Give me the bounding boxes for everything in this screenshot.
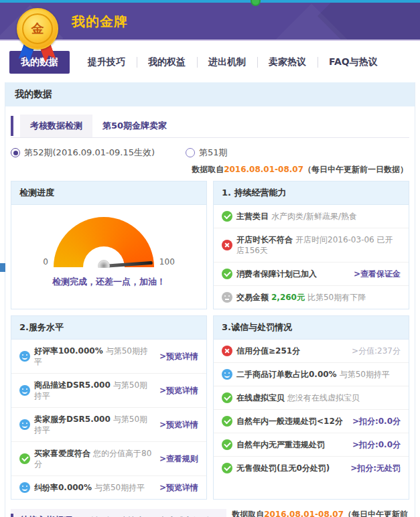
check-icon <box>222 392 232 403</box>
tab-4[interactable]: 卖家热议 <box>257 51 318 74</box>
tab-5[interactable]: FAQ与热议 <box>318 51 389 74</box>
neutral-face-icon <box>222 292 232 303</box>
cross-icon <box>222 240 232 250</box>
smile-icon <box>19 419 30 430</box>
check-icon <box>222 211 232 222</box>
status-item-link[interactable]: >预览详情 <box>159 419 198 430</box>
status-item-text: 买家喜爱度符合您的分值高于80分 <box>34 448 154 469</box>
data-note-prefix: 数据取自 <box>192 165 224 174</box>
status-item-link[interactable]: >查看规则 <box>159 453 198 464</box>
status-item-text: 商品描述DSR5.000与第50期持平 <box>34 380 154 401</box>
gauge-caption: 检测完成，还差一点，加油！ <box>11 276 206 288</box>
status-item-link[interactable]: >预览详情 <box>159 351 198 362</box>
pending-title-box: 待接入指标项 （预计2个月内决定是否加入准入规则） <box>11 509 226 517</box>
status-item-text: 自然年内一般违规处罚<12分 <box>236 416 347 427</box>
gauge-max-label: 100 <box>159 257 175 268</box>
check-icon <box>222 439 232 450</box>
subtab-0[interactable]: 考核数据检测 <box>20 115 92 137</box>
pending-title: 待接入指标项 <box>20 514 72 517</box>
data-source-note-2: 数据取自2016.08.01-08.07（每日中午更新前一日数据） <box>226 509 408 517</box>
radio-icon[interactable] <box>186 148 195 157</box>
period-label: 第52期(2016.09.01-09.15生效) <box>24 147 155 159</box>
medal-circle: 金 <box>17 8 58 50</box>
status-item-link[interactable]: >预览详情 <box>159 482 198 493</box>
radio-icon[interactable] <box>11 148 20 157</box>
page-title: 我的金牌 <box>72 13 128 31</box>
status-item: 纠纷率0.000%与第50期持平>预览详情 <box>11 476 206 499</box>
status-item-link: >分值:237分 <box>352 346 401 356</box>
page-banner: 我的金牌 <box>0 3 420 41</box>
status-item: 在线虚拟宝贝您没有在线虚拟宝贝 <box>214 386 409 410</box>
status-item-text: 自然年内无严重违规处罚 <box>236 439 347 450</box>
status-item: 交易金额2,260元比第50期有下降 <box>214 286 409 309</box>
gold-medal-icon: 金 <box>16 8 59 66</box>
status-item-text: 无售假处罚(且无0分处罚) <box>236 463 345 473</box>
status-item: 买家喜爱度符合您的分值高于80分>查看规则 <box>11 442 206 476</box>
panel-integrity-items: 信用分值≥251分>分值:237分二手商品订单数占比0.00%与第50期持平在线… <box>214 340 409 479</box>
status-item-link[interactable]: >查看保证金 <box>354 269 401 279</box>
panel-operating-ability: 1. 持续经营能力 主营类目水产肉类/新鲜蔬果/熟食开店时长不符合开店时间201… <box>213 181 409 309</box>
status-item-text: 纠纷率0.000%与第50期持平 <box>34 482 154 493</box>
status-item-link[interactable]: >扣分:0.0分 <box>352 439 401 450</box>
status-item-link[interactable]: >扣分:0.0分 <box>352 416 401 427</box>
period-radio-1[interactable]: 第51期 <box>186 147 228 159</box>
tab-1[interactable]: 提升技巧 <box>76 51 137 74</box>
smile-icon <box>19 351 30 362</box>
data-note-suffix: （每日中午更新前一日数据） <box>303 165 408 174</box>
status-item: 卖家服务DSR5.000与第50期持平>预览详情 <box>11 408 206 442</box>
period-label: 第51期 <box>199 147 228 159</box>
content-container: 我的数据 考核数据检测第50期金牌卖家 第52期(2016.09.01-09.1… <box>5 82 415 517</box>
period-radio-0[interactable]: 第52期(2016.09.01-09.15生效) <box>11 147 155 159</box>
status-item: 二手商品订单数占比0.00%与第50期持平 <box>214 363 409 386</box>
status-item-text: 开店时长不符合开店时间2016-03-06 已开店156天 <box>236 234 401 256</box>
status-item: 自然年内一般违规处罚<12分>扣分:0.0分 <box>214 410 409 433</box>
status-item: 主营类目水产肉类/新鲜蔬果/熟食 <box>214 205 409 228</box>
status-item: 开店时长不符合开店时间2016-03-06 已开店156天 <box>214 228 409 263</box>
left-edge-widget <box>0 263 5 272</box>
panel-progress-title: 检测进度 <box>11 181 206 205</box>
status-item-text: 卖家服务DSR5.000与第50期持平 <box>34 414 154 435</box>
panel-integrity-title: 3.诚信与处罚情况 <box>214 316 409 340</box>
gauge-hub <box>98 260 110 268</box>
cross-icon <box>222 346 232 356</box>
status-item-link[interactable]: >预览详情 <box>159 385 198 396</box>
tab-3[interactable]: 进出机制 <box>197 51 257 74</box>
panel-integrity: 3.诚信与处罚情况 信用分值≥251分>分值:237分二手商品订单数占比0.00… <box>213 315 409 500</box>
status-item-text: 主营类目水产肉类/新鲜蔬果/熟食 <box>236 211 401 222</box>
smile-icon <box>19 482 30 493</box>
medal-character: 金 <box>31 20 44 38</box>
check-icon <box>222 269 232 279</box>
status-item: 消费者保障计划已加入>查看保证金 <box>214 263 409 286</box>
check-icon <box>19 453 30 464</box>
status-item-text: 在线虚拟宝贝您没有在线虚拟宝贝 <box>236 392 401 403</box>
status-item: 好评率100.000%与第50期持平>预览详情 <box>11 340 206 374</box>
sub-tab-bar: 考核数据检测第50期金牌卖家 <box>11 115 409 138</box>
panel-operating-title: 1. 持续经营能力 <box>214 181 409 205</box>
tab-2[interactable]: 我的权益 <box>137 51 197 74</box>
panel-progress: 检测进度 0 100 检测完成，还差一点，加油！ <box>11 181 207 309</box>
data-source-note: 数据取自2016.08.01-08.07（每日中午更新前一日数据） <box>12 164 408 175</box>
status-item-text: 消费者保障计划已加入 <box>236 269 348 279</box>
panel-service-title: 2.服务水平 <box>11 316 206 340</box>
panel-service-level: 2.服务水平 好评率100.000%与第50期持平>预览详情商品描述DSR5.0… <box>11 315 207 500</box>
subtab-accent-bar <box>11 116 13 136</box>
section-title: 我的数据 <box>5 82 415 106</box>
status-item: 无售假处罚(且无0分处罚)>扣分:无处罚 <box>214 457 409 479</box>
check-icon <box>222 463 232 473</box>
check-icon <box>222 416 232 427</box>
smile-icon <box>19 385 30 396</box>
data-note-date: 2016.08.01-08.07 <box>264 510 344 517</box>
status-item-text: 信用分值≥251分 <box>236 346 346 356</box>
progress-gauge <box>54 217 154 268</box>
panel-operating-items: 主营类目水产肉类/新鲜蔬果/熟食开店时长不符合开店时间2016-03-06 已开… <box>214 205 409 309</box>
data-note-date: 2016.08.01-08.07 <box>224 165 303 174</box>
status-item-link[interactable]: >扣分:无处罚 <box>350 463 401 473</box>
status-item-text: 二手商品订单数占比0.00%与第50期持平 <box>236 369 401 380</box>
status-item-text: 好评率100.000%与第50期持平 <box>34 346 154 367</box>
pending-section-header: 待接入指标项 （预计2个月内决定是否加入准入规则） 数据取自2016.08.01… <box>11 509 409 517</box>
subtab-1[interactable]: 第50期金牌卖家 <box>92 115 177 137</box>
smile-icon <box>222 369 232 380</box>
status-panels: 检测进度 0 100 检测完成，还差一点，加油！ 1. 持续经营能力 主营类目水… <box>11 181 409 500</box>
status-item: 商品描述DSR5.000与第50期持平>预览详情 <box>11 374 206 408</box>
pending-accent-bar <box>11 514 13 517</box>
